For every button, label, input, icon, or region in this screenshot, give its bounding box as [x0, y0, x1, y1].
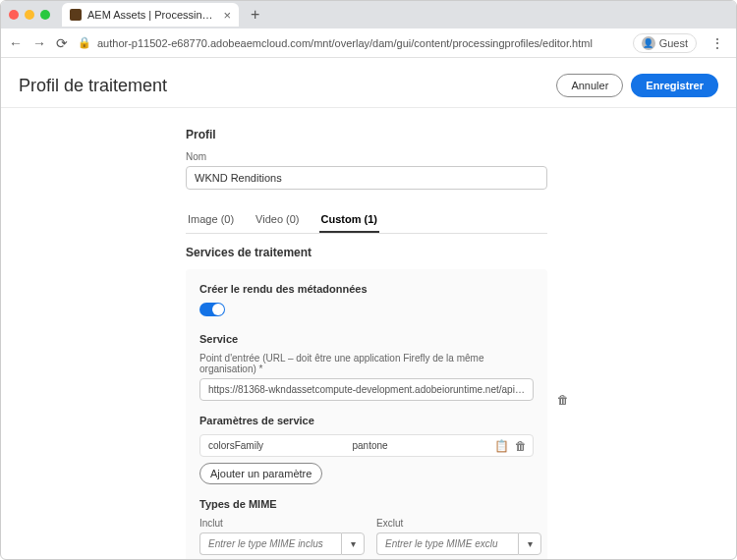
copy-icon[interactable]: 📋 — [494, 439, 509, 453]
excluded-label: Exclut — [376, 518, 541, 529]
excluded-mime-combo[interactable]: ▾ — [376, 532, 541, 555]
services-section-title: Services de traitement — [186, 246, 547, 259]
add-param-button[interactable]: Ajouter un paramètre — [199, 463, 322, 484]
excluded-mime-input[interactable] — [376, 532, 518, 555]
user-icon: 👤 — [642, 36, 655, 50]
param-key[interactable]: colorsFamily — [200, 435, 345, 456]
delete-param-icon[interactable]: 🗑 — [515, 439, 527, 453]
close-tab-icon[interactable]: × — [223, 8, 231, 23]
tab-image[interactable]: Image (0) — [186, 207, 236, 233]
service-panel: 🗑 Créer le rendu des métadonnées Service… — [186, 269, 547, 559]
profile-label: Guest — [659, 37, 688, 49]
service-label: Service — [199, 333, 534, 345]
included-label: Inclut — [199, 518, 365, 529]
page-header: Profil de traitement Annuler Enregistrer — [1, 58, 736, 108]
chevron-down-icon[interactable]: ▾ — [518, 532, 541, 555]
cancel-button[interactable]: Annuler — [556, 74, 623, 97]
page: Profil de traitement Annuler Enregistrer… — [1, 58, 736, 559]
kebab-menu-icon[interactable]: ⋮ — [707, 35, 728, 51]
url-text: author-p11502-e68770.adobeaemcloud.com/m… — [97, 37, 593, 49]
forward-button[interactable]: → — [32, 35, 46, 51]
profile-form: Profil Nom Image (0) Video (0) Custom (1… — [186, 128, 547, 559]
close-window-icon[interactable] — [9, 10, 19, 20]
back-button[interactable]: ← — [9, 35, 23, 51]
service-params-label: Paramètres de service — [199, 415, 534, 426]
tab-custom[interactable]: Custom (1) — [319, 207, 379, 233]
browser-window: AEM Assets | Processing Profi × + ← → ⟳ … — [0, 0, 737, 560]
window-controls — [9, 10, 50, 20]
endpoint-input[interactable]: https://81368-wkndassetcompute-developme… — [199, 378, 534, 401]
param-value[interactable]: pantone — [345, 435, 489, 456]
page-title: Profil de traitement — [19, 76, 167, 96]
maximize-window-icon[interactable] — [40, 10, 50, 20]
metadata-toggle[interactable] — [199, 303, 225, 316]
rendition-tabs: Image (0) Video (0) Custom (1) — [186, 207, 547, 234]
lock-icon: 🔒 — [78, 36, 91, 49]
header-actions: Annuler Enregistrer — [556, 74, 718, 97]
browser-tab[interactable]: AEM Assets | Processing Profi × — [62, 3, 239, 27]
browser-toolbar: ← → ⟳ 🔒 author-p11502-e68770.adobeaemclo… — [1, 28, 736, 58]
metadata-rendition-label: Créer le rendu des métadonnées — [199, 283, 534, 295]
new-tab-button[interactable]: + — [245, 6, 265, 24]
tab-favicon — [70, 9, 82, 21]
included-mime-combo[interactable]: ▾ — [199, 532, 365, 555]
window-titlebar: AEM Assets | Processing Profi × + — [1, 1, 736, 28]
tab-video[interactable]: Video (0) — [254, 207, 301, 233]
included-mime-input[interactable] — [199, 532, 341, 555]
minimize-window-icon[interactable] — [25, 10, 34, 20]
profile-chip[interactable]: 👤 Guest — [633, 33, 697, 53]
save-button[interactable]: Enregistrer — [631, 74, 718, 97]
profile-section-title: Profil — [186, 128, 547, 141]
reload-button[interactable]: ⟳ — [56, 35, 68, 51]
mime-types-label: Types de MIME — [199, 498, 534, 510]
chevron-down-icon[interactable]: ▾ — [341, 532, 365, 555]
tab-title: AEM Assets | Processing Profi — [87, 9, 217, 21]
delete-service-icon[interactable]: 🗑 — [557, 393, 569, 407]
endpoint-label: Point d'entrée (URL – doit être une appl… — [199, 353, 534, 374]
param-row: colorsFamily pantone 📋 🗑 — [199, 434, 534, 457]
profile-name-input[interactable] — [186, 166, 547, 190]
address-bar[interactable]: 🔒 author-p11502-e68770.adobeaemcloud.com… — [78, 36, 623, 49]
name-label: Nom — [186, 151, 547, 162]
